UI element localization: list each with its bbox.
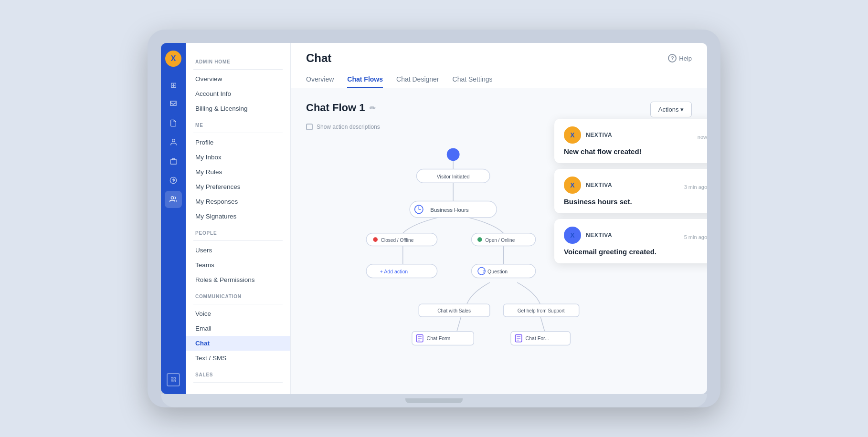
notif-avatar-3: X [564, 227, 581, 244]
me-divider [193, 133, 283, 133]
svg-line-13 [540, 315, 545, 332]
nav-email[interactable]: Email [186, 321, 290, 336]
page-title: Chat [306, 52, 331, 65]
svg-point-17 [373, 237, 378, 242]
help-label: Help [679, 55, 692, 62]
notif-time-3: 5 min ago [684, 234, 707, 240]
notif-avatar-letter-1: X [570, 131, 574, 139]
flow-title: Chat Flow 1 [306, 102, 365, 114]
flow-title-row: Chat Flow 1 ✏ [306, 102, 692, 114]
tab-chat-designer[interactable]: Chat Designer [396, 72, 439, 88]
help-icon: ? [668, 54, 677, 62]
svg-point-3 [171, 197, 173, 199]
rail-inbox-icon[interactable] [165, 95, 182, 113]
communication-section-title: COMMUNICATION [186, 287, 290, 302]
notif-card-1: X NEXTIVA now New chat flow created! [554, 119, 707, 163]
tab-overview[interactable]: Overview [306, 72, 334, 88]
nav-chat[interactable]: Chat [186, 336, 290, 351]
actions-button[interactable]: Actions ▾ [650, 102, 692, 117]
admin-divider [193, 69, 283, 70]
tabs-row: Overview Chat Flows Chat Designer Chat S… [306, 72, 692, 88]
notif-meta-row-2: X NEXTIVA 3 min ago [564, 177, 707, 198]
notif-message-1: New chat flow created! [564, 147, 707, 156]
nav-users[interactable]: Users [186, 243, 290, 258]
nav-teams[interactable]: Teams [186, 258, 290, 272]
nav-account-info[interactable]: Account Info [186, 86, 290, 101]
svg-point-0 [172, 139, 175, 142]
notif-brand-3: NEXTIVA [586, 232, 612, 239]
nav-my-rules[interactable]: My Rules [186, 165, 290, 179]
notif-avatar-letter-3: X [570, 231, 574, 239]
nav-voice[interactable]: Voice [186, 306, 290, 321]
notif-header-3: X NEXTIVA [564, 227, 612, 244]
main-header: Chat ? Help Overview Chat Flows Chat Des… [291, 43, 707, 88]
sidebar-nav: ADMIN HOME Overview Account Info Billing… [186, 43, 291, 394]
notif-card-2: X NEXTIVA 3 min ago Business hours set. [554, 169, 707, 213]
svg-text:Chat For...: Chat For... [526, 335, 549, 341]
laptop-base [161, 394, 707, 407]
page-title-row: Chat ? Help [306, 52, 692, 65]
rail-doc-icon[interactable] [165, 114, 182, 132]
notif-header-2: X NEXTIVA [564, 177, 612, 194]
notif-avatar-letter-2: X [570, 181, 574, 189]
rail-people-icon[interactable] [165, 191, 182, 208]
laptop-screen: X ⊞ [161, 43, 707, 394]
notif-meta-row-1: X NEXTIVA now [564, 126, 707, 147]
main-content: Chat ? Help Overview Chat Flows Chat Des… [291, 43, 707, 394]
tab-chat-flows[interactable]: Chat Flows [347, 72, 383, 88]
admin-section-title: ADMIN HOME [186, 52, 290, 67]
people-divider [193, 240, 283, 241]
notif-time-1: now [698, 134, 707, 140]
sales-section-title: SALES [186, 365, 290, 380]
svg-rect-1 [170, 160, 176, 164]
nav-roles[interactable]: Roles & Permissions [186, 272, 290, 287]
rail-briefcase-icon[interactable] [165, 153, 182, 170]
svg-rect-6 [171, 380, 173, 382]
content-area: Chat Flow 1 ✏ Show action descriptions A… [291, 88, 707, 394]
rail-grid-icon[interactable]: ⊞ [165, 76, 182, 94]
svg-text:Closed / Offline: Closed / Offline [381, 238, 414, 243]
notif-card-3: X NEXTIVA 5 min ago Voicemail greeting c… [554, 219, 707, 263]
svg-text:+ Add action: + Add action [380, 269, 408, 274]
notif-time-2: 3 min ago [684, 184, 707, 190]
notif-header-1: X NEXTIVA [564, 126, 612, 144]
svg-text:?: ? [483, 269, 485, 274]
help-link[interactable]: ? Help [668, 54, 692, 62]
nav-my-signatures[interactable]: My Signatures [186, 209, 290, 224]
svg-line-12 [457, 315, 462, 332]
rail-dollar-icon[interactable] [165, 172, 182, 189]
svg-rect-5 [174, 378, 176, 380]
show-desc-checkbox[interactable] [306, 124, 313, 130]
laptop-frame: X ⊞ [148, 30, 720, 407]
app-logo[interactable]: X [165, 51, 181, 67]
rail-user-icon[interactable] [165, 134, 182, 151]
svg-text:Business Hours: Business Hours [430, 207, 469, 213]
communication-divider [193, 304, 283, 304]
show-desc-label: Show action descriptions [317, 124, 380, 130]
nav-my-inbox[interactable]: My Inbox [186, 150, 290, 165]
nav-overview[interactable]: Overview [186, 72, 290, 86]
svg-text:Chat with Sales: Chat with Sales [437, 308, 471, 313]
nav-profile[interactable]: Profile [186, 135, 290, 150]
nav-my-responses[interactable]: My Responses [186, 194, 290, 209]
svg-text:Chat Form: Chat Form [427, 335, 451, 341]
notif-meta-row-3: X NEXTIVA 5 min ago [564, 227, 707, 248]
notif-brand-1: NEXTIVA [586, 132, 612, 138]
nav-my-preferences[interactable]: My Preferences [186, 179, 290, 194]
logo-letter: X [171, 54, 176, 63]
svg-text:Visitor Initiated: Visitor Initiated [437, 174, 470, 179]
svg-text:Get help from Support: Get help from Support [518, 308, 565, 313]
svg-point-19 [477, 237, 482, 242]
nav-billing[interactable]: Billing & Licensing [186, 101, 290, 116]
svg-text:Open / Online: Open / Online [485, 238, 515, 243]
nav-text-sms[interactable]: Text / SMS [186, 351, 290, 365]
start-node [447, 148, 460, 161]
edit-icon[interactable]: ✏ [370, 104, 376, 113]
laptop-notch [405, 398, 463, 403]
rail-bottom-icon[interactable] [167, 373, 180, 386]
tab-chat-settings[interactable]: Chat Settings [453, 72, 493, 88]
notification-panel: X NEXTIVA now New chat flow created! [554, 119, 707, 263]
me-section-title: ME [186, 116, 290, 131]
svg-text:Question: Question [487, 269, 508, 274]
svg-rect-4 [171, 378, 173, 380]
